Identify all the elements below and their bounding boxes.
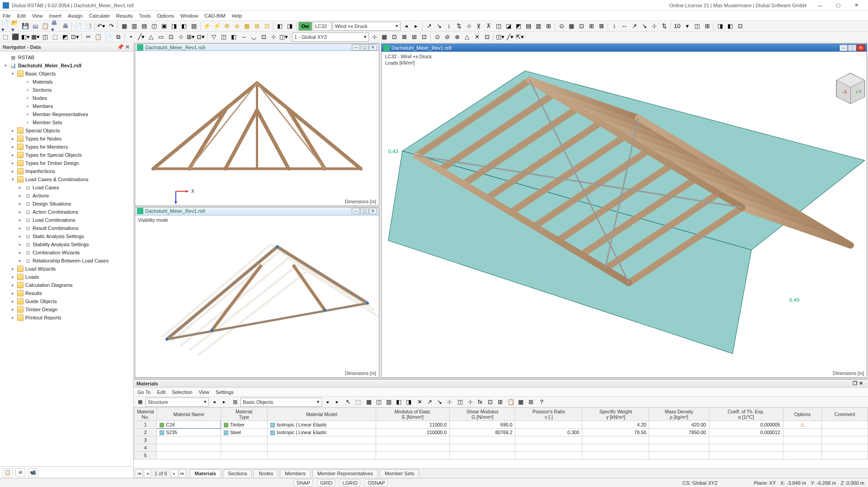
tb2-sel-0[interactable]: ⬚ bbox=[1, 33, 10, 42]
panel-menu-go-to[interactable]: Go To bbox=[137, 389, 151, 395]
tab-materials[interactable]: Materials bbox=[190, 469, 222, 477]
menu-calculate[interactable]: Calculate bbox=[89, 13, 110, 19]
pager-last-icon[interactable]: ⏭ bbox=[179, 469, 186, 478]
tb1-disp-9[interactable]: ◩ bbox=[514, 22, 523, 31]
tree-node[interactable]: ▾📊Dachstuhl_Meier_Rev1.rs9 bbox=[1, 61, 132, 70]
tb1-calc-6[interactable]: ⊡ bbox=[262, 22, 271, 31]
tb1-undo-0[interactable]: ↶▾ bbox=[97, 22, 106, 31]
tb1-win-1[interactable]: ◨ bbox=[285, 22, 294, 31]
tb1-view-5[interactable]: ◨ bbox=[170, 22, 179, 31]
tb1-file-2[interactable]: 💾 bbox=[21, 22, 30, 31]
tb1-disp-2[interactable]: ↕ bbox=[444, 22, 453, 31]
tree-node[interactable]: ▸Types for Nodes bbox=[1, 135, 132, 143]
tab-sections[interactable]: Sections bbox=[223, 469, 252, 477]
tb1-obj-2[interactable]: ⊡ bbox=[577, 22, 586, 31]
panel-tb-21[interactable]: ▦ bbox=[516, 398, 525, 407]
tb2-draw-2[interactable]: △ bbox=[146, 33, 156, 42]
tab-nodes[interactable]: Nodes bbox=[254, 469, 278, 477]
view-right-title[interactable]: Dachstuhl_Meier_Rev1.rs9 ― ▢ ✕ bbox=[382, 44, 867, 52]
tb2-mod-0[interactable]: ▽ bbox=[209, 33, 218, 42]
tb1-win-0[interactable]: ◧ bbox=[275, 22, 284, 31]
tree-node[interactable]: •Member Sets bbox=[1, 118, 132, 126]
prev2-icon[interactable]: ◂ bbox=[323, 398, 332, 407]
menu-options[interactable]: Options bbox=[157, 13, 174, 19]
tb1-disp-1[interactable]: ↘ bbox=[434, 22, 443, 31]
tb1-file-1[interactable]: 📂▾ bbox=[11, 22, 20, 31]
tb1-sc-0[interactable]: ▾ bbox=[683, 22, 692, 31]
tb2-draw-7[interactable]: ⊡▾ bbox=[196, 33, 205, 42]
panel-menu-view[interactable]: View bbox=[198, 389, 209, 395]
panel-tb-16[interactable]: fx bbox=[476, 398, 485, 407]
prev-icon[interactable]: ◂ bbox=[210, 398, 219, 407]
tb2-sel-6[interactable]: ◩ bbox=[61, 33, 70, 42]
panel-menu-edit[interactable]: Edit bbox=[157, 389, 165, 395]
tree-node[interactable]: ▸Calculation Diagrams bbox=[1, 281, 132, 289]
pager-next-icon[interactable]: ▸ bbox=[171, 469, 178, 478]
menu-cad-bim[interactable]: CAD-BIM bbox=[204, 13, 225, 19]
tb2-cs-2[interactable]: ⊡ bbox=[390, 33, 399, 42]
tb1-dim-1[interactable]: ↔ bbox=[620, 22, 629, 31]
tree-node[interactable]: ▸Types for Special Objects bbox=[1, 151, 132, 159]
tb1-dim-5[interactable]: ⇅ bbox=[660, 22, 669, 31]
tb2-edit-1[interactable]: 📋 bbox=[94, 33, 103, 42]
minimize-button[interactable]: ― bbox=[811, 1, 829, 10]
menu-file[interactable]: File bbox=[3, 13, 11, 19]
view-maximize-icon[interactable]: ▢ bbox=[360, 44, 368, 51]
menu-view[interactable]: View bbox=[32, 13, 43, 19]
tree-node[interactable]: ▸⊡Actions bbox=[1, 192, 132, 200]
tb2-tool-2[interactable]: ⊗ bbox=[453, 33, 462, 42]
tb1-end-0[interactable]: ◨ bbox=[716, 22, 725, 31]
tb1-calc-4[interactable]: ▦ bbox=[242, 22, 251, 31]
tree-node[interactable]: ▸Timber Design bbox=[1, 305, 132, 314]
tb1-disp-11[interactable]: ▥ bbox=[534, 22, 543, 31]
panel-tb-14[interactable]: ◫ bbox=[456, 398, 465, 407]
tree-node[interactable]: ▸Guide Objects bbox=[1, 297, 132, 305]
menu-assign[interactable]: Assign bbox=[68, 13, 83, 19]
view-close-icon[interactable]: ✕ bbox=[857, 45, 865, 51]
panel-tb-12[interactable]: ⊹ bbox=[445, 398, 454, 407]
tb2-draw-0[interactable]: • bbox=[127, 33, 136, 42]
panel-tb-7[interactable]: ◨ bbox=[404, 398, 413, 407]
tb1-file-5[interactable]: 🖶▾ bbox=[51, 22, 60, 31]
tb1-file-6[interactable]: 🖶 bbox=[61, 22, 70, 31]
view-top-left-title[interactable]: Dachstuhl_Meier_Rev1.rs9 ― ▢ ✕ bbox=[135, 44, 379, 51]
osnap-button[interactable]: OSNAP bbox=[365, 479, 388, 487]
panel-tb-3[interactable]: ▦ bbox=[364, 398, 373, 407]
view-minimize-icon[interactable]: ― bbox=[352, 44, 360, 51]
tb1-disp-12[interactable]: ⊞ bbox=[544, 22, 553, 31]
tb2-cs-1[interactable]: ▦ bbox=[380, 33, 389, 42]
tb1-end-2[interactable]: ⊡ bbox=[736, 22, 745, 31]
view-close-icon[interactable]: ✕ bbox=[369, 208, 377, 214]
tb1-calc-3[interactable]: ⊚ bbox=[232, 22, 241, 31]
tb1-view-7[interactable]: ▧ bbox=[189, 22, 198, 31]
tb1-end-1[interactable]: ◧ bbox=[726, 22, 735, 31]
lc-desc-combo[interactable]: Wind +x Druck▾ bbox=[333, 22, 401, 31]
tree-node[interactable]: ▸⊡Design Situations bbox=[1, 200, 132, 208]
tb2-edit-0[interactable]: ✂ bbox=[84, 33, 93, 42]
tree-node[interactable]: ▸Loads bbox=[1, 273, 132, 281]
tb1-dim-3[interactable]: ↘ bbox=[640, 22, 649, 31]
pager-first-icon[interactable]: ⏮ bbox=[136, 469, 143, 478]
structure-icon[interactable]: ▦ bbox=[136, 398, 145, 407]
tb1-lcnav-1[interactable]: ▸ bbox=[411, 22, 420, 31]
panel-close-icon[interactable]: ✕ bbox=[859, 380, 865, 386]
tab-members[interactable]: Members bbox=[280, 469, 311, 477]
tb1-disp-7[interactable]: ◫ bbox=[494, 22, 503, 31]
tree-node[interactable]: ▸Load Wizards bbox=[1, 265, 132, 273]
lc-combo[interactable]: LC32 bbox=[313, 22, 332, 31]
tree-node[interactable]: ▾Load Cases & Combinations bbox=[1, 175, 132, 183]
tb1-scale[interactable]: 10 bbox=[673, 22, 682, 31]
tb2-sel-1[interactable]: ⬛ bbox=[11, 33, 20, 42]
panel-tb-10[interactable]: ↗ bbox=[425, 398, 434, 407]
tb2-draw-1[interactable]: ╱▾ bbox=[137, 33, 146, 42]
tb1-obj-3[interactable]: ⊞ bbox=[587, 22, 596, 31]
tree-node[interactable]: ▸⊡Result Combinations bbox=[1, 224, 132, 232]
tb1-view-0[interactable]: ▦ bbox=[120, 22, 129, 31]
tb1-view-6[interactable]: ◧ bbox=[179, 22, 189, 31]
tb2-cs-5[interactable]: ⊡ bbox=[420, 33, 429, 42]
panel-tb-18[interactable]: ⊞ bbox=[495, 398, 505, 407]
panel-tb-0[interactable]: ↖ bbox=[344, 398, 353, 407]
tree-node[interactable]: •Members bbox=[1, 102, 132, 110]
basic-icon[interactable]: ▥ bbox=[231, 398, 240, 407]
tree-node[interactable]: •Nodes bbox=[1, 94, 132, 102]
